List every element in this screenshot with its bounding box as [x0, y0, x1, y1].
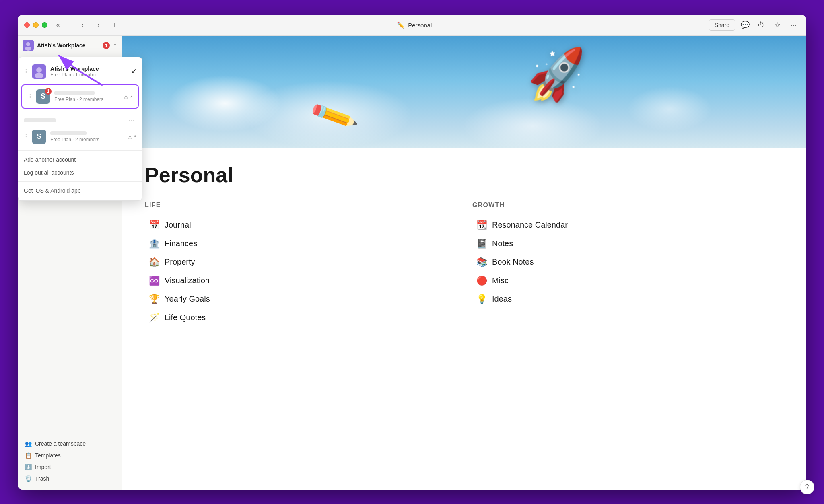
content-area: 🚀 ✏️ Personal LIFE 📅 Journal: [122, 36, 806, 490]
forward-button[interactable]: ›: [93, 19, 104, 31]
journal-item[interactable]: 📅 Journal: [145, 217, 456, 234]
import-icon: ⬇️: [25, 464, 32, 470]
s-workspace-avatar-2: S: [32, 130, 46, 144]
s-workspace-avatar-1: S 1: [36, 89, 50, 104]
workspace-chevron-icon: ⌃: [113, 43, 117, 48]
maximize-button[interactable]: [42, 22, 47, 28]
life-quotes-item[interactable]: 🪄 Life Quotes: [145, 309, 456, 326]
main-layout: Atish's Workplace 1 ⌃ 🔍 Search 📥 Inbox ⚙…: [18, 36, 806, 490]
trash-icon: 🗑️: [25, 475, 32, 482]
life-section: LIFE 📅 Journal 🏦 Finances 🏠: [145, 202, 456, 326]
traffic-lights: [24, 22, 47, 28]
svg-point-4: [36, 67, 42, 73]
workspace-item-info-2: Free Plan · 2 members: [54, 91, 120, 102]
ideas-label: Ideas: [492, 294, 512, 304]
collapse-sidebar-button[interactable]: «: [52, 19, 64, 31]
share-button[interactable]: Share: [709, 19, 735, 31]
content-body: Personal LIFE 📅 Journal 🏦 Financ: [122, 148, 806, 341]
workspace-selector[interactable]: Atish's Workplace 1 ⌃: [18, 36, 122, 55]
drag-handle-icon: ⠿: [24, 134, 28, 140]
finances-label: Finances: [165, 239, 197, 248]
life-quotes-label: Life Quotes: [165, 313, 206, 322]
back-button[interactable]: ‹: [77, 19, 88, 31]
growth-section-items: 📆 Resonance Calendar 📓 Notes 📚 Book Note…: [472, 217, 784, 308]
upvote-icon: △: [124, 93, 128, 99]
get-app-link[interactable]: Get iOS & Android app: [18, 184, 142, 197]
misc-icon: 🔴: [476, 276, 487, 286]
sidebar-item-import[interactable]: ⬇️ Import: [20, 461, 119, 473]
misc-item[interactable]: 🔴 Misc: [472, 272, 784, 289]
templates-icon: 📋: [25, 452, 32, 459]
close-button[interactable]: [24, 22, 30, 28]
dropdown-divider-3: [18, 181, 142, 182]
sidebar-item-create-teamspace[interactable]: 👥 Create a teamspace: [20, 438, 119, 449]
upvote-icon: △: [128, 134, 132, 140]
teamspace-label: Create a teamspace: [35, 440, 86, 447]
ideas-item[interactable]: 💡 Ideas: [472, 291, 784, 308]
yearly-goals-item[interactable]: 🏆 Yearly Goals: [145, 291, 456, 308]
workspace-item-s1[interactable]: ⠿ S 1 Free Plan · 2 members △ 2: [21, 84, 139, 109]
workspace-avatar: [23, 40, 34, 51]
finances-item[interactable]: 🏦 Finances: [145, 235, 456, 252]
book-notes-icon: 📚: [476, 257, 487, 267]
trash-label: Trash: [35, 475, 49, 482]
drag-handle-icon: ⠿: [24, 68, 28, 75]
page-title: Personal: [145, 163, 784, 187]
more-options-btn[interactable]: ···: [127, 116, 136, 125]
property-item[interactable]: 🏠 Property: [145, 254, 456, 271]
finances-icon: 🏦: [149, 239, 160, 249]
workspace-item-name: Atish's Workplace: [50, 66, 127, 72]
journal-icon: 📅: [149, 220, 160, 230]
notification-badge: 1: [103, 42, 110, 49]
hero-clouds: [122, 36, 806, 148]
workspace-dropdown: ⠿ Atish's Workplace Free Plan · 1 member…: [18, 57, 142, 201]
notes-item[interactable]: 📓 Notes: [472, 235, 784, 252]
logout-link[interactable]: Log out all accounts: [18, 166, 142, 179]
import-label: Import: [35, 464, 51, 470]
templates-label: Templates: [35, 452, 61, 459]
sidebar-item-templates[interactable]: 📋 Templates: [20, 450, 119, 461]
workspace-name: Atish's Workplace: [37, 42, 99, 49]
journal-label: Journal: [165, 220, 191, 230]
upvote-number: 3: [134, 134, 136, 140]
resonance-calendar-item[interactable]: 📆 Resonance Calendar: [472, 217, 784, 234]
history-button[interactable]: ⏱: [755, 19, 768, 31]
property-icon: 🏠: [149, 257, 160, 267]
upvote-count: △ 2: [124, 93, 132, 99]
favorite-button[interactable]: ☆: [771, 19, 784, 31]
workspace-item-atish[interactable]: ⠿ Atish's Workplace Free Plan · 1 member…: [18, 60, 142, 83]
workspace-item-info-3: Free Plan · 2 members: [50, 131, 124, 142]
sidebar-item-trash[interactable]: 🗑️ Trash: [20, 473, 119, 484]
page-icon: ✏️: [397, 21, 405, 29]
life-section-label: LIFE: [145, 202, 456, 209]
workspace-item-s2[interactable]: ⠿ S Free Plan · 2 members △ 3: [18, 125, 142, 148]
ideas-icon: 💡: [476, 294, 487, 304]
titlebar-right: Share 💬 ⏱ ☆ ···: [709, 19, 800, 31]
yearly-goals-label: Yearly Goals: [165, 294, 210, 304]
svg-point-1: [26, 42, 30, 46]
book-notes-label: Book Notes: [492, 257, 534, 267]
upvote-count-2: △ 3: [128, 134, 136, 140]
dropdown-divider-1: [18, 111, 142, 111]
titlebar-center: ✏️ Personal: [125, 21, 704, 29]
workspace-item-plan: Free Plan · 1 member: [50, 72, 127, 78]
visualization-label: Visualization: [165, 276, 210, 285]
life-quotes-icon: 🪄: [149, 313, 160, 323]
teamspace-icon: 👥: [25, 440, 32, 447]
new-page-button[interactable]: +: [109, 19, 120, 31]
dropdown-divider-2: [18, 150, 142, 151]
resonance-label: Resonance Calendar: [492, 220, 568, 230]
add-account-link[interactable]: Add another account: [18, 153, 142, 166]
more-options-button[interactable]: ···: [787, 19, 800, 31]
titlebar-title: Personal: [408, 22, 432, 29]
minimize-button[interactable]: [33, 22, 39, 28]
svg-point-5: [35, 73, 43, 78]
notes-label: Notes: [492, 239, 513, 248]
book-notes-item[interactable]: 📚 Book Notes: [472, 254, 784, 271]
visualization-item[interactable]: ♾️ Visualization: [145, 272, 456, 289]
svg-point-2: [25, 47, 31, 51]
comment-button[interactable]: 💬: [739, 19, 752, 31]
workspace-item-info: Atish's Workplace Free Plan · 1 member: [50, 66, 127, 78]
checkmark-icon: ✓: [131, 68, 136, 75]
titlebar: « ‹ › + ✏️ Personal Share 💬 ⏱ ☆ ···: [18, 15, 806, 36]
